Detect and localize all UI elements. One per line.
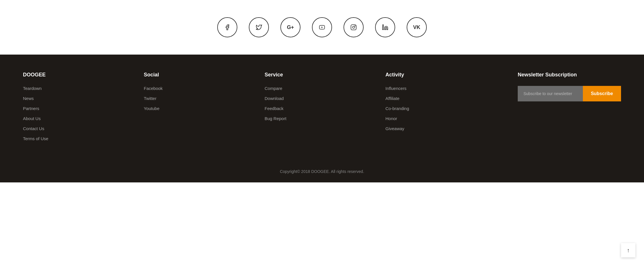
footer-col-activity: Activity Influencers Affiliate Co-brandi…: [385, 72, 443, 146]
footer-doogee-heading: DOOGEE: [23, 72, 69, 78]
footer-link-partners[interactable]: Partners: [23, 106, 69, 111]
googleplus-circle-icon[interactable]: G+: [280, 17, 300, 37]
footer-columns: DOOGEE Teardown News Partners About Us C…: [23, 72, 621, 146]
footer-link-bugreport[interactable]: Bug Report: [265, 116, 311, 121]
footer-social-heading: Social: [144, 72, 190, 78]
svg-marker-0: [321, 26, 323, 28]
svg-point-2: [352, 26, 354, 28]
subscribe-button[interactable]: Subscribe: [583, 86, 621, 101]
youtube-circle-icon[interactable]: [312, 17, 332, 37]
footer: DOOGEE Teardown News Partners About Us C…: [0, 55, 644, 182]
footer-activity-heading: Activity: [385, 72, 443, 78]
vk-circle-icon[interactable]: VK: [407, 17, 427, 37]
svg-rect-1: [351, 25, 356, 30]
social-icons-section: G+ VK: [0, 0, 644, 55]
footer-link-contactus[interactable]: Contact Us: [23, 126, 69, 131]
svg-point-5: [383, 25, 384, 26]
footer-copyright: Copyright© 2018 DOOGEE. All rights reser…: [23, 163, 621, 174]
newsletter-heading: Newsletter Subscription: [518, 72, 621, 78]
footer-link-news[interactable]: News: [23, 96, 69, 101]
svg-point-3: [355, 26, 355, 26]
svg-rect-4: [383, 26, 384, 30]
instagram-circle-icon[interactable]: [344, 17, 364, 37]
footer-col-newsletter: Newsletter Subscription Subscribe: [518, 72, 621, 146]
footer-link-compare[interactable]: Compare: [265, 86, 311, 91]
footer-link-feedback[interactable]: Feedback: [265, 106, 311, 111]
footer-link-influencers[interactable]: Influencers: [385, 86, 443, 91]
footer-link-aboutus[interactable]: About Us: [23, 116, 69, 121]
footer-col-service: Service Compare Download Feedback Bug Re…: [265, 72, 311, 146]
footer-link-honor[interactable]: Honor: [385, 116, 443, 121]
footer-link-affiliate[interactable]: Affiliate: [385, 96, 443, 101]
footer-link-giveaway[interactable]: Giveaway: [385, 126, 443, 131]
linkedin-circle-icon[interactable]: [375, 17, 395, 37]
footer-link-youtube[interactable]: Youtube: [144, 106, 190, 111]
footer-link-teardown[interactable]: Teardown: [23, 86, 69, 91]
twitter-circle-icon[interactable]: [249, 17, 269, 37]
newsletter-input[interactable]: [518, 86, 583, 101]
footer-link-facebook[interactable]: Facebook: [144, 86, 190, 91]
newsletter-form: Subscribe: [518, 86, 621, 101]
footer-link-download[interactable]: Download: [265, 96, 311, 101]
footer-service-heading: Service: [265, 72, 311, 78]
footer-link-twitter[interactable]: Twitter: [144, 96, 190, 101]
facebook-circle-icon[interactable]: [217, 17, 237, 37]
social-icons-row: G+ VK: [217, 17, 427, 37]
footer-link-termsofuse[interactable]: Terms of Use: [23, 136, 69, 141]
footer-link-cobranding[interactable]: Co-branding: [385, 106, 443, 111]
footer-col-doogee: DOOGEE Teardown News Partners About Us C…: [23, 72, 69, 146]
footer-col-social: Social Facebook Twitter Youtube: [144, 72, 190, 146]
